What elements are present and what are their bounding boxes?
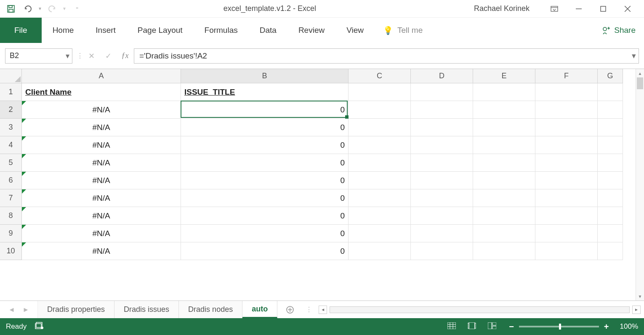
ribbon-tab-insert[interactable]: Insert [85,18,127,43]
cell-C9[interactable] [349,225,411,242]
enter-formula-button[interactable]: ✓ [104,51,113,61]
sheet-tab-dradis-nodes[interactable]: Dradis nodes [179,301,242,318]
scroll-down-icon[interactable]: ▼ [636,292,644,300]
cell-G3[interactable] [598,119,623,136]
ribbon-display-options-button[interactable] [542,0,567,17]
close-button[interactable] [615,0,640,17]
ribbon-tab-home[interactable]: Home [42,18,85,43]
cell-C2[interactable] [349,101,411,119]
cell-G10[interactable] [598,242,623,260]
row-header-4[interactable]: 4 [0,136,22,154]
cell-G8[interactable] [598,207,623,225]
cell-F9[interactable] [535,225,598,242]
cell-E2[interactable] [473,101,535,119]
cell-G6[interactable] [598,172,623,189]
cell-E4[interactable] [473,136,535,154]
row-header-2[interactable]: 2 [0,101,22,119]
cell-B8[interactable]: 0 [181,207,349,225]
name-box[interactable]: B2 ▾ [5,48,72,64]
cell-B6[interactable]: 0 [181,172,349,189]
scroll-up-icon[interactable]: ▲ [636,69,644,77]
column-header-D[interactable]: D [411,69,473,83]
sheet-tab-dradis-properties[interactable]: Dradis properties [38,301,114,318]
prev-sheet-icon[interactable]: ◄ [8,306,15,314]
ribbon-tab-review[interactable]: Review [287,18,335,43]
cell-D4[interactable] [411,136,473,154]
ribbon-tab-formulas[interactable]: Formulas [194,18,249,43]
row-header-8[interactable]: 8 [0,207,22,225]
cell-A3[interactable]: #N/A [22,119,181,136]
zoom-slider[interactable] [519,326,599,327]
row-header-5[interactable]: 5 [0,154,22,172]
sheet-tab-auto[interactable]: auto [242,301,277,318]
expand-formula-bar-icon[interactable]: ▾ [632,51,636,61]
cell-F10[interactable] [535,242,598,260]
formula-bar[interactable]: ='Dradis issues'!A2 ▾ [134,48,639,64]
cell-A6[interactable]: #N/A [22,172,181,189]
cell-F6[interactable] [535,172,598,189]
select-all-corner[interactable] [0,69,22,83]
maximize-button[interactable] [591,0,615,17]
scrollbar-thumb[interactable] [637,77,643,89]
normal-view-button[interactable] [447,322,456,331]
ribbon-tab-file[interactable]: File [0,18,42,43]
cell-B5[interactable]: 0 [181,154,349,172]
cell-E1[interactable] [473,83,535,101]
cell-A5[interactable]: #N/A [22,154,181,172]
cell-B7[interactable]: 0 [181,189,349,207]
cell-F4[interactable] [535,136,598,154]
cell-F5[interactable] [535,154,598,172]
cell-E7[interactable] [473,189,535,207]
cell-D3[interactable] [411,119,473,136]
cell-D6[interactable] [411,172,473,189]
column-header-F[interactable]: F [535,69,598,83]
cell-A2[interactable]: #N/A [22,101,181,119]
redo-button[interactable] [45,2,59,16]
cell-F3[interactable] [535,119,598,136]
cell-A8[interactable]: #N/A [22,207,181,225]
row-header-10[interactable]: 10 [0,242,22,260]
ribbon-tab-data[interactable]: Data [249,18,287,43]
cell-F7[interactable] [535,189,598,207]
cell-D9[interactable] [411,225,473,242]
column-header-B[interactable]: B [181,69,349,83]
cell-A10[interactable]: #N/A [22,242,181,260]
scroll-right-icon[interactable]: ► [632,306,641,314]
cell-G4[interactable] [598,136,623,154]
cell-B10[interactable]: 0 [181,242,349,260]
sheet-tab-dradis-issues[interactable]: Dradis issues [114,301,179,318]
cell-E5[interactable] [473,154,535,172]
cell-B3[interactable]: 0 [181,119,349,136]
cell-A7[interactable]: #N/A [22,189,181,207]
zoom-out-button[interactable]: − [509,322,514,332]
cell-E3[interactable] [473,119,535,136]
page-break-view-button[interactable] [488,322,496,331]
scroll-left-icon[interactable]: ◄ [319,306,327,314]
cell-D10[interactable] [411,242,473,260]
cell-C10[interactable] [349,242,411,260]
undo-button[interactable] [21,2,35,16]
cell-C3[interactable] [349,119,411,136]
vertical-scrollbar[interactable]: ▲ ▼ [636,69,644,300]
row-header-6[interactable]: 6 [0,172,22,189]
cell-C8[interactable] [349,207,411,225]
ribbon-tab-view[interactable]: View [335,18,375,43]
row-header-3[interactable]: 3 [0,119,22,136]
cell-C6[interactable] [349,172,411,189]
minimize-button[interactable] [567,0,591,17]
cell-C7[interactable] [349,189,411,207]
horizontal-scrollbar[interactable]: ◄ ► [315,301,644,318]
cell-G1[interactable] [598,83,623,101]
column-header-A[interactable]: A [22,69,181,83]
cell-A9[interactable]: #N/A [22,225,181,242]
spreadsheet-grid[interactable]: ABCDEFG 12345678910 Client NameISSUE_TIT… [0,69,644,300]
row-header-9[interactable]: 9 [0,225,22,242]
cells-area[interactable]: Client NameISSUE_TITLE#N/A0#N/A0#N/A0#N/… [22,83,636,300]
cell-C1[interactable] [349,83,411,101]
cell-D8[interactable] [411,207,473,225]
column-header-E[interactable]: E [473,69,535,83]
sheet-nav[interactable]: ◄ ► [0,301,38,318]
cell-B4[interactable]: 0 [181,136,349,154]
column-header-C[interactable]: C [349,69,411,83]
row-header-7[interactable]: 7 [0,189,22,207]
